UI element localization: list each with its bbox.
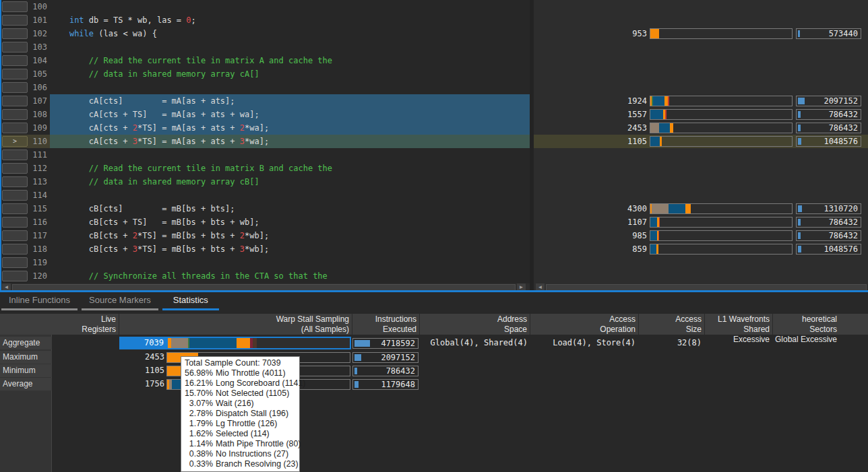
bar-segment	[650, 29, 659, 38]
instructions-count: 1310720	[824, 204, 858, 213]
stats-row-minimum[interactable]: Minimum1105786432	[0, 364, 868, 378]
code-token: *wb];	[245, 231, 269, 240]
line-number: 114	[28, 189, 47, 202]
tab-source-markers[interactable]: Source Markers	[82, 294, 158, 310]
warp-stall-sampling-bar	[650, 244, 793, 255]
gutter-heat-box[interactable]	[2, 190, 28, 201]
gutter-heat-box[interactable]	[2, 203, 28, 214]
code-line[interactable]: 105 // data in shared memory array cA[]	[0, 67, 530, 81]
sample-count: 1924	[593, 94, 647, 108]
metric-row[interactable]: 1107786432	[534, 215, 868, 229]
source-code-panel[interactable]: 100101 int db = TS * wb, las = 0;102 whi…	[0, 0, 530, 290]
code-token: db = TS * wb, las =	[84, 15, 187, 25]
stats-row-aggregate[interactable]: Aggregate70394718592Global(4), Shared(4)…	[0, 337, 868, 350]
code-line[interactable]: 103	[0, 40, 530, 54]
tab-statistics[interactable]: Statistics	[162, 294, 219, 310]
instructions-bar	[798, 232, 801, 239]
metric-row[interactable]: 8591048576	[534, 242, 868, 256]
instructions-count: 786432	[829, 123, 858, 133]
code-line[interactable]: 106	[0, 81, 530, 94]
metric-row[interactable]: 43001310720	[534, 202, 868, 215]
gutter-heat-box[interactable]	[2, 176, 28, 187]
gutter-heat-box[interactable]	[2, 42, 28, 53]
metric-row[interactable]: 953573440	[534, 27, 868, 40]
gutter-heat-box[interactable]	[2, 96, 28, 106]
code-line[interactable]: 119	[0, 256, 530, 269]
bar-segment	[669, 204, 685, 213]
gutter-heat-box[interactable]	[2, 55, 28, 66]
tooltip-label: No Instructions (27)	[216, 449, 288, 459]
code-token: 0	[186, 15, 191, 25]
gutter-heat-box[interactable]	[2, 28, 28, 39]
bar-segment	[171, 338, 188, 348]
warp-stall-sampling-cell[interactable]: 7039	[119, 337, 351, 349]
code-line[interactable]: >110 cA[cts + 3*TS] = mA[as + ats + 3*wa…	[0, 135, 530, 148]
sample-count: 2453	[593, 121, 647, 135]
tab-inline-functions[interactable]: Inline Functions	[1, 294, 78, 310]
code-line[interactable]: 104 // Read the current tile in matrix A…	[0, 54, 530, 67]
code-line[interactable]: 109 cA[cts + 2*TS] = mA[as + ats + 2*wa]…	[0, 121, 530, 135]
code-token: *TS] = mA[as + ats +	[137, 123, 240, 133]
details-tabs: Inline FunctionsSource MarkersStatistics	[1, 294, 223, 310]
line-number: 116	[28, 215, 47, 229]
gutter-heat-box[interactable]	[2, 149, 28, 160]
code-line[interactable]: 117 cB[cts + 2*TS] = mB[bs + bts + 2*wb]…	[0, 229, 530, 242]
tooltip-percent: 1.14%	[185, 439, 213, 449]
code-line[interactable]: 118 cB[cts + 3*TS] = mB[bs + bts + 3*wb]…	[0, 242, 530, 256]
metric-row[interactable]: 2453786432	[534, 121, 868, 135]
metric-row[interactable]: 19242097152	[534, 94, 868, 108]
code-line[interactable]: 107 cA[cts] = mA[as + ats];	[0, 94, 530, 108]
code-text: cA[cts + 2*TS] = mA[as + ats + 2*wa];	[50, 121, 530, 135]
details-pane: Inline FunctionsSource MarkersStatistics…	[0, 292, 868, 472]
code-line[interactable]: 101 int db = TS * wb, las = 0;	[0, 13, 530, 27]
metric-row[interactable]: 985786432	[534, 229, 868, 242]
code-line[interactable]: 114	[0, 189, 530, 202]
gutter-heat-box[interactable]	[2, 82, 28, 93]
instructions-count: 2097152	[824, 96, 858, 106]
gutter-heat-box[interactable]	[2, 217, 28, 228]
code-line[interactable]: 102 while (las < wa) {	[0, 27, 530, 40]
gutter-heat-box[interactable]	[2, 257, 28, 268]
code-line[interactable]: 120 // Synchronize all threads in the CT…	[0, 269, 530, 283]
metric-row[interactable]: 11051048576	[534, 135, 868, 148]
line-number: 106	[28, 81, 47, 94]
stats-header-cell: L1 WavefrontsShared Excessive	[704, 314, 772, 335]
gutter-heat-box[interactable]	[2, 1, 28, 12]
metric-row[interactable]: 1557786432	[534, 108, 868, 121]
instructions-count: 1048576	[824, 137, 858, 146]
instructions-executed-cell: 2097152	[352, 352, 418, 363]
code-line[interactable]: 111	[0, 148, 530, 162]
gutter-heat-box[interactable]	[2, 123, 28, 133]
gutter-heat-box[interactable]	[2, 244, 28, 255]
tooltip-line: 1.14%Math Pipe Throttle (80)	[185, 439, 296, 449]
stats-row-average[interactable]: Average17561179648	[0, 378, 868, 391]
stats-header-cell: AccessOperation	[530, 314, 638, 335]
code-line[interactable]: 113 // data in shared memory array cB[]	[0, 175, 530, 189]
gutter-heat-box[interactable]	[2, 15, 28, 26]
code-text: cB[cts] = mB[bs + bts];	[50, 202, 530, 215]
gutter-heat-box[interactable]	[2, 109, 28, 120]
bar-segment	[653, 96, 664, 106]
code-line[interactable]: 116 cB[cts + TS] = mB[bs + bts + wb];	[0, 215, 530, 229]
gutter-heat-box[interactable]	[2, 271, 28, 281]
stats-header-cell: InstructionsExecuted	[352, 314, 419, 335]
code-line[interactable]: 112 // Read the current tile in matrix B…	[0, 162, 530, 175]
gutter-heat-box[interactable]: >	[2, 136, 28, 147]
instructions-bar	[798, 111, 801, 118]
gutter-heat-box[interactable]	[2, 69, 28, 79]
gutter-heat-box[interactable]	[2, 230, 28, 241]
warp-stall-sampling-bar	[650, 96, 793, 106]
code-line[interactable]: 108 cA[cts + TS] = mA[as + ats + wa];	[0, 108, 530, 121]
warp-stall-sampling-bar	[650, 136, 793, 147]
code-token: cB[cts +	[50, 231, 133, 240]
tooltip-percent: 1.62%	[185, 429, 213, 439]
metrics-panel[interactable]: 9535734401924209715215577864322453786432…	[534, 0, 868, 290]
stats-row-maximum[interactable]: Maximum24532097152	[0, 351, 868, 364]
line-number: 108	[28, 108, 47, 121]
code-token: 2	[240, 123, 245, 133]
line-number: 107	[28, 94, 47, 108]
code-line[interactable]: 100	[0, 0, 530, 13]
gutter-heat-box[interactable]	[2, 163, 28, 174]
code-line[interactable]: 115 cB[cts] = mB[bs + bts];	[0, 202, 530, 215]
tooltip-line: 56.98%Mio Throttle (4011)	[185, 368, 296, 378]
